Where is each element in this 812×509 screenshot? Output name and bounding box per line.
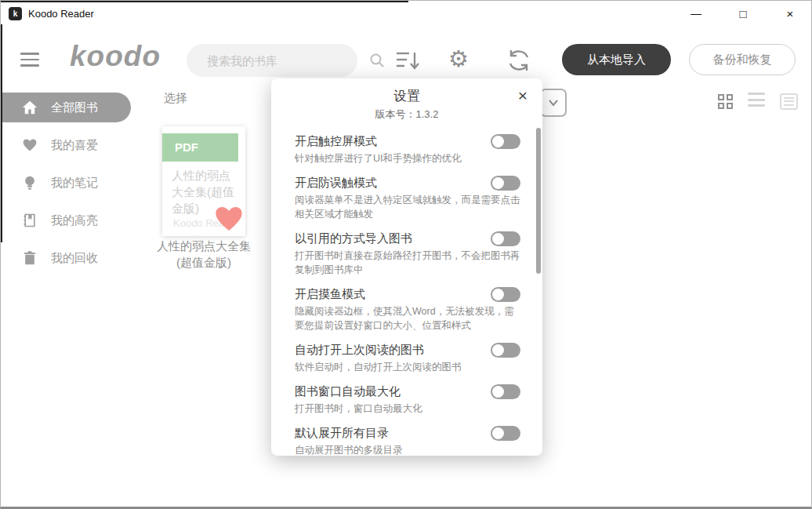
toggle-expand-toc[interactable] — [491, 426, 520, 441]
sidebar-item-all-books[interactable]: 全部图书 — [1, 93, 131, 122]
sidebar-item-label: 我的笔记 — [51, 176, 98, 191]
menu-hamburger-icon[interactable] — [20, 53, 39, 71]
toggle-touch-mode[interactable] — [491, 134, 520, 149]
sidebar-item-favorites[interactable]: 我的喜爱 — [1, 130, 154, 160]
sidebar-item-label: 我的高亮 — [51, 213, 98, 228]
toggle-slacking-mode[interactable] — [491, 287, 520, 302]
sidebar-item-notes[interactable]: 我的笔记 — [1, 168, 154, 198]
settings-list: 开启触控屏模式 针对触控屏进行了UI和手势操作的优化 开启防误触模式 阅读器菜单… — [271, 122, 542, 457]
sidebar-item-label: 全部图书 — [51, 100, 98, 115]
sync-icon[interactable] — [506, 49, 531, 72]
home-icon — [22, 100, 38, 115]
sort-icon[interactable] — [395, 49, 420, 71]
toggle-open-last-book[interactable] — [491, 343, 520, 358]
search-input[interactable] — [187, 54, 369, 67]
setting-desc: 隐藏阅读器边框，使其混入Word，无法被发现，需要您提前设置好窗口的大小、位置和… — [295, 304, 520, 333]
sidebar-item-trash[interactable]: 我的回收 — [1, 243, 154, 273]
setting-title: 开启触控屏模式 — [295, 132, 377, 151]
setting-row-touch-mode: 开启触控屏模式 针对触控屏进行了UI和手势操作的优化 — [295, 132, 520, 165]
setting-desc: 打开图书时，窗口自动最大化 — [295, 402, 520, 416]
chevron-down-icon — [548, 99, 559, 107]
koodo-logo: koodo — [70, 40, 161, 73]
search-icon[interactable] — [369, 53, 385, 68]
setting-row-mistouch-prevention: 开启防误触模式 阅读器菜单不是进入特定区域就触发，而是需要点击相关区域才能触发 — [295, 173, 520, 221]
titlebar: k Koodo Reader — □ × — [1, 1, 811, 26]
trash-icon — [22, 250, 38, 266]
setting-row-import-by-reference: 以引用的方式导入图书 打开图书时直接在原始路径打开图书，不会把图书再复制到图书库… — [295, 229, 520, 277]
version-label: 版本号：1.3.2 — [271, 107, 542, 122]
modal-title: 设置 — [271, 78, 542, 105]
toggle-mistouch-prevention[interactable] — [491, 176, 520, 191]
book-icon — [22, 213, 38, 228]
backup-restore-button[interactable]: 备份和恢复 — [689, 44, 796, 75]
book-cover-card[interactable]: PDF 人性的弱点大全集(超值金版) Koodo Reader — [162, 126, 245, 236]
setting-row-open-last-book: 自动打开上次阅读的图书 软件启动时，自动打开上次阅读的图书 — [295, 340, 520, 374]
setting-title: 图书窗口自动最大化 — [295, 382, 401, 401]
sidebar-item-label: 我的回收 — [51, 251, 98, 266]
window-left-edge — [1, 24, 2, 242]
sidebar: 全部图书 我的喜爱 我的笔记 我的高亮 — [1, 93, 154, 281]
book-title-caption[interactable]: 人性的弱点大全集(超值金版) — [154, 238, 253, 271]
setting-desc: 自动展开图书的多级目录 — [295, 443, 520, 457]
settings-gear-icon[interactable]: ⚙ — [448, 47, 469, 71]
format-badge: PDF — [162, 133, 238, 162]
heart-icon — [22, 137, 38, 153]
modal-close-icon[interactable]: × — [518, 87, 527, 104]
sidebar-item-label: 我的喜爱 — [51, 138, 98, 153]
setting-title: 默认展开所有目录 — [295, 424, 389, 442]
setting-title: 自动打开上次阅读的图书 — [295, 340, 424, 359]
sidebar-item-highlights[interactable]: 我的高亮 — [1, 205, 154, 235]
app-logo-icon: k — [9, 7, 22, 20]
toggle-auto-maximize[interactable] — [491, 384, 520, 399]
setting-desc: 打开图书时直接在原始路径打开图书，不会把图书再复制到图书库中 — [295, 249, 520, 277]
app-window: k Koodo Reader — □ × koodo ⚙ — [0, 0, 812, 509]
modal-scrollbar[interactable] — [536, 128, 541, 274]
toggle-import-by-reference[interactable] — [491, 231, 520, 246]
window-top-edge — [1, 1, 408, 2]
import-local-button[interactable]: 从本地导入 — [562, 44, 671, 75]
view-mode-switcher — [718, 93, 798, 111]
grid-view-icon[interactable] — [718, 94, 733, 109]
maximize-icon[interactable]: □ — [731, 7, 755, 20]
setting-row-auto-maximize: 图书窗口自动最大化 打开图书时，窗口自动最大化 — [295, 382, 520, 416]
card-view-icon[interactable] — [780, 93, 798, 110]
setting-desc: 软件启动时，自动打开上次阅读的图书 — [295, 360, 520, 374]
minimize-icon[interactable]: — — [684, 7, 708, 20]
favorite-heart-icon[interactable] — [212, 203, 245, 235]
bulb-icon — [22, 175, 38, 191]
setting-title: 开启防误触模式 — [295, 173, 377, 192]
settings-modal: 设置 版本号：1.3.2 × 开启触控屏模式 针对触控屏进行了UI和手势操作的优… — [271, 78, 542, 456]
setting-desc: 阅读器菜单不是进入特定区域就触发，而是需要点击相关区域才能触发 — [295, 193, 520, 221]
setting-title: 以引用的方式导入图书 — [295, 229, 412, 248]
window-controls: — □ × — [684, 7, 802, 20]
setting-row-slacking-mode: 开启摸鱼模式 隐藏阅读器边框，使其混入Word，无法被发现，需要您提前设置好窗口… — [295, 285, 520, 333]
list-view-icon[interactable] — [748, 93, 765, 111]
setting-title: 开启摸鱼模式 — [295, 285, 365, 304]
search-box[interactable] — [187, 44, 357, 77]
close-icon[interactable]: × — [778, 7, 802, 20]
setting-row-expand-toc: 默认展开所有目录 自动展开图书的多级目录 — [295, 424, 520, 457]
setting-desc: 针对触控屏进行了UI和手势操作的优化 — [295, 151, 520, 165]
window-title: Koodo Reader — [28, 8, 94, 20]
select-mode-label[interactable]: 选择 — [164, 91, 187, 106]
sort-dropdown-fragment[interactable] — [540, 89, 567, 117]
